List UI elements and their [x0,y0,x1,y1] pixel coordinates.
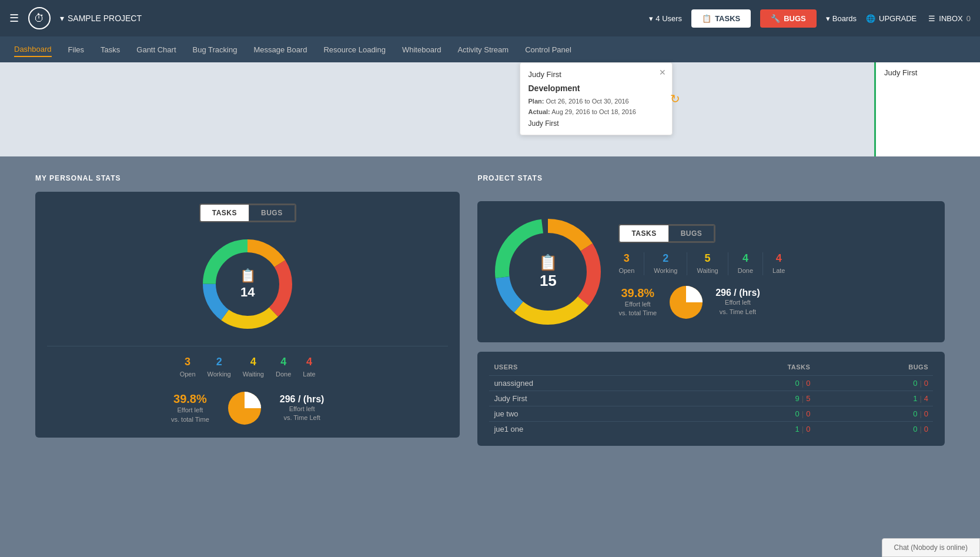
upgrade-button[interactable]: 🌐 UPGRADE [866,14,917,23]
personal-open-val: 3 [180,356,196,368]
project-waiting-val: 5 [697,252,718,265]
personal-late-lbl: Late [303,371,315,378]
popup-title: Development [529,84,664,93]
project-pie-svg [668,285,704,320]
bugs-col-header: BUGS [815,361,933,376]
project-late-val: 4 [772,252,785,265]
personal-working-lbl: Working [208,371,231,378]
nav-item-gantt[interactable]: Gantt Chart [136,43,176,56]
bugs-late: 0 [924,425,928,433]
personal-stat-bottom: 39.8% Effort leftvs. total Time 296 / (h… [47,391,448,426]
project-waiting-lbl: Waiting [697,267,718,274]
project-selector[interactable]: ▾ SAMPLE PROJECT [60,14,142,23]
personal-effort-left: 39.8% Effort leftvs. total Time [171,392,209,424]
tasks-open: 9 [795,394,800,403]
users-selector[interactable]: ▾ 4 Users [649,14,682,23]
boards-selector[interactable]: ▾ Boards [826,14,857,23]
personal-donut: 📋 14 [198,234,297,334]
project-task-icon: 📋 [539,254,557,272]
plan-value: Oct 26, 2016 to Oct 30, 2016 [546,98,628,105]
project-late: 4 Late [772,252,794,275]
upgrade-label: UPGRADE [879,14,917,23]
personal-effort-right-desc: Effort leftvs. Time Left [280,405,325,423]
project-stat-numbers: 3 Open 2 Working 5 Waiting 4 [618,252,933,275]
tasks-late: 0 [806,379,810,388]
project-stats-section: PROJECT STATS 📋 15 [477,174,945,446]
tasks-button[interactable]: 📋 TASKS [691,9,751,28]
nav-item-tasks[interactable]: Tasks [101,43,120,56]
project-toggle-group: TASKS BUGS [618,224,715,243]
user-name: unassigned [489,376,684,391]
inbox-count: 0 [966,14,971,23]
personal-late: 4 Late [303,356,315,379]
bugs-late: 4 [924,394,928,403]
project-effort-right-desc: Effort leftvs. Time Left [715,298,760,316]
users-count: 4 Users [655,14,682,23]
project-tasks-toggle[interactable]: TASKS [620,225,668,242]
main-content: MY PERSONAL STATS TASKS BUGS [0,156,980,509]
chat-bar[interactable]: Chat (Nobody is online) [882,538,980,557]
inbox-icon: ☰ [928,14,935,23]
project-total: 15 [539,272,557,290]
personal-tasks-toggle[interactable]: TASKS [200,205,249,221]
nav-item-messages[interactable]: Message Board [253,43,307,56]
project-working-val: 2 [654,252,677,265]
refresh-icon[interactable]: ↻ [670,92,680,106]
personal-effort-right-val: 296 / (hrs) [280,394,325,405]
project-waiting: 5 Waiting [697,252,728,275]
personal-waiting-lbl: Waiting [243,371,264,378]
project-bugs-toggle[interactable]: BUGS [668,225,715,242]
users-card: USERS TASKS BUGS unassigned 0 | 0 0 | [477,352,945,446]
nav-item-resource[interactable]: Resource Loading [323,43,386,56]
logo-icon[interactable]: ⏱ [28,7,51,29]
nav-item-dashboard[interactable]: Dashboard [14,42,52,57]
bugs-button[interactable]: 🔧 BUGS [760,9,817,28]
project-name: SAMPLE PROJECT [68,14,142,23]
personal-done-lbl: Done [276,371,291,378]
personal-stats-card: TASKS BUGS [35,192,460,438]
tasks-label: TASKS [715,14,740,23]
personal-effort-right: 296 / (hrs) Effort leftvs. Time Left [280,394,325,423]
bugs-open: 0 [913,409,917,418]
personal-donut-wrapper: 📋 14 [47,234,448,334]
tasks-col-header: TASKS [685,361,815,376]
personal-done-val: 4 [276,356,291,368]
nav-item-bugs[interactable]: Bug Tracking [193,43,238,56]
tasks-open: 0 [795,409,800,418]
hamburger-icon[interactable]: ☰ [9,12,19,25]
nav-item-whiteboard[interactable]: Whiteboard [402,43,441,56]
personal-working-val: 2 [208,356,231,368]
personal-stats-label: MY PERSONAL STATS [35,174,460,182]
inbox-button[interactable]: ☰ INBOX 0 [928,14,971,23]
personal-donut-center: 📋 14 [240,268,256,300]
boards-label: Boards [832,14,857,23]
user-tasks: 0 | 0 [685,406,815,422]
close-icon[interactable]: ✕ [659,68,666,77]
nav-item-activity[interactable]: Activity Stream [457,43,509,56]
personal-bugs-toggle[interactable]: BUGS [249,205,295,221]
project-done-lbl: Done [738,267,753,274]
user-bugs: 1 | 4 [815,391,933,406]
users-table: USERS TASKS BUGS unassigned 0 | 0 0 | [489,361,933,436]
personal-open: 3 Open [180,356,196,379]
user-tasks: 9 | 5 [685,391,815,406]
personal-total: 14 [240,285,256,300]
green-bar-person: Judy First [884,68,917,77]
user-name: jue two [489,406,684,422]
tasks-late: 5 [806,394,810,403]
user-name: jue1 one [489,422,684,437]
nav-item-control[interactable]: Control Panel [525,43,571,56]
tasks-late: 0 [806,425,810,433]
actual-label: Actual: [529,108,550,115]
project-done-val: 4 [738,252,753,265]
project-done: 4 Done [738,252,763,275]
nav-item-files[interactable]: Files [68,43,84,56]
table-row: Judy First 9 | 5 1 | 4 [489,391,933,406]
table-row: jue two 0 | 0 0 | 0 [489,406,933,422]
actual-value: Aug 29, 2016 to Oct 18, 2016 [551,108,636,115]
user-tasks: 0 | 0 [685,376,815,391]
project-effort-pct: 39.8% [618,286,657,300]
personal-pie-small [227,391,262,426]
project-open: 3 Open [618,252,644,275]
personal-stat-numbers: 3 Open 2 Working 4 Waiting 4 Done [47,346,448,379]
